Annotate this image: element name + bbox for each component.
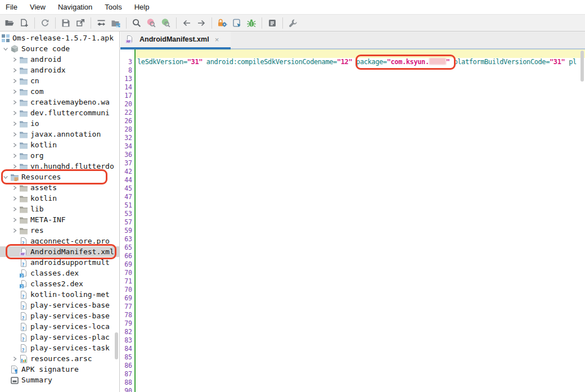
tree-item-androidsupportmult[interactable]: ?androidsupportmult (0, 257, 119, 268)
tree-item-label: androidsupportmult (30, 258, 110, 267)
tree-item-creativemaybeno-wa[interactable]: creativemaybeno.wa (0, 97, 119, 107)
chevron-down-icon[interactable] (1, 44, 10, 53)
tree-item-io[interactable]: io (0, 118, 119, 129)
tree-item-play-services-base[interactable]: ?play-services-base (0, 310, 119, 321)
chevron-right-icon[interactable] (10, 66, 19, 75)
resources-folder-icon (10, 173, 19, 182)
line-number: 45 (120, 184, 132, 193)
chevron-right-icon[interactable] (10, 130, 19, 139)
tree-item-label: creativemaybeno.wa (30, 98, 110, 106)
line-number: 22 (120, 109, 132, 117)
chevron-right-icon[interactable] (10, 205, 19, 214)
menu-navigation[interactable]: Navigation (58, 3, 92, 11)
tree-item-androidx[interactable]: androidx (0, 65, 119, 75)
tree-item-assets[interactable]: assets (0, 182, 119, 193)
svg-text:?: ? (21, 336, 24, 342)
toolbar-separator (262, 17, 262, 29)
chevron-right-icon[interactable] (10, 55, 19, 64)
tree-item-android[interactable]: android (0, 54, 119, 65)
chevron-down-icon[interactable] (1, 173, 10, 182)
folder-icon (19, 215, 28, 224)
chevron-right-icon[interactable] (10, 162, 19, 171)
menu-view[interactable]: View (30, 3, 46, 11)
tab-androidmanifest[interactable]: MF AndroidManifest.xml × (120, 31, 231, 47)
debug-icon[interactable] (244, 16, 259, 30)
tree-item-classes-dex[interactable]: Jclasses.dex (0, 268, 119, 278)
export-icon[interactable] (73, 16, 88, 30)
tree-item-kotlin-tooling-met[interactable]: ?kotlin-tooling-met (0, 289, 119, 300)
preferences-wrench-icon[interactable] (286, 16, 300, 30)
tree-item-lib[interactable]: lib (0, 204, 119, 214)
tree-item-meta-inf[interactable]: META-INF (0, 214, 119, 225)
tree-item-apk-signature[interactable]: APK signature (0, 364, 119, 375)
tree-item-javax-annotation[interactable]: javax.annotation (0, 129, 119, 139)
tree-item-label: androidx (30, 66, 66, 74)
tree-item-agconnect-core-pro[interactable]: ?agconnect-core.pro (0, 236, 119, 246)
save-icon[interactable] (58, 16, 73, 30)
chevron-right-icon[interactable] (10, 354, 19, 363)
search-class-icon[interactable] (159, 16, 173, 30)
package-folder-icon (19, 66, 28, 75)
sidebar-scrollbar-thumb[interactable] (115, 332, 118, 359)
code-editor[interactable]: leSdkVersion="31" android:compileSdkVers… (120, 49, 585, 392)
apk-signature-icon (10, 365, 19, 374)
tree-item-resources[interactable]: Resources (0, 172, 119, 182)
chevron-right-icon[interactable] (10, 141, 19, 150)
menu-tools[interactable]: Tools (105, 3, 122, 11)
editor-scrollbar-thumb[interactable] (580, 51, 584, 82)
tree-item-label: io (30, 119, 39, 128)
tree-item-play-services-loca[interactable]: ?play-services-loca (0, 321, 119, 332)
tree-item-resources-arsc[interactable]: resources.arsc (0, 353, 119, 364)
menu-help[interactable]: Help (134, 3, 150, 11)
tree-item-oms-release-1-5-7-1-apk[interactable]: Oms-release-1.5.7-1.apk (0, 33, 119, 43)
chevron-right-icon[interactable] (10, 119, 19, 128)
chevron-right-icon[interactable] (10, 183, 19, 192)
tree-item-com[interactable]: com (0, 86, 119, 97)
line-number: 57 (120, 218, 132, 227)
tree-item-cn[interactable]: cn (0, 75, 119, 86)
tree-item-kotlin[interactable]: kotlin (0, 193, 119, 204)
tree-item-play-services-base[interactable]: ?play-services-base (0, 300, 119, 310)
tree-item-dev-fluttercommuni[interactable]: dev.fluttercommuni (0, 107, 119, 118)
search-icon[interactable] (129, 16, 144, 30)
tree-item-source-code[interactable]: Source code (0, 43, 119, 54)
manifest-code-line: leSdkVersion="31" android:compileSdkVers… (137, 58, 577, 66)
chevron-right-icon[interactable] (10, 87, 19, 96)
h-expand-icon[interactable] (94, 16, 109, 30)
deobfuscation-icon[interactable] (215, 16, 230, 30)
tree-item-play-services-plac[interactable]: ?play-services-plac (0, 332, 119, 343)
chevron-right-icon[interactable] (10, 151, 19, 160)
tree-item-label: dev.fluttercommuni (30, 109, 110, 117)
xml-attribute-value: " (446, 58, 450, 66)
back-icon[interactable] (179, 16, 194, 30)
close-tab-icon[interactable]: × (215, 35, 219, 44)
line-number: 65 (120, 244, 132, 252)
open-folder-icon[interactable] (2, 16, 17, 30)
inspect-icon[interactable] (230, 16, 244, 30)
tree-item-org[interactable]: org (0, 150, 119, 161)
file-unknown-icon: ? (19, 258, 28, 267)
tree-item-play-services-task[interactable]: ?play-services-task (0, 343, 119, 353)
line-number: 84 (120, 345, 132, 353)
tree-item-androidmanifest-xml[interactable]: MFAndroidManifest.xml (0, 246, 119, 257)
tree-item-classes2-dex[interactable]: Jclasses2.dex (0, 278, 119, 289)
reload-icon[interactable] (38, 16, 52, 30)
chevron-right-icon[interactable] (10, 98, 19, 107)
chevron-right-icon[interactable] (10, 215, 19, 224)
forward-icon[interactable] (194, 16, 209, 30)
tree-item-res[interactable]: res (0, 225, 119, 236)
line-number: 78 (120, 311, 132, 319)
tree-item-kotlin[interactable]: kotlin (0, 139, 119, 150)
chevron-right-icon[interactable] (10, 194, 19, 203)
search-text-icon[interactable] (144, 16, 159, 30)
chevron-right-icon[interactable] (10, 76, 19, 85)
menu-file[interactable]: File (6, 3, 17, 11)
chevron-right-icon[interactable] (10, 109, 19, 118)
add-file-icon[interactable] (17, 16, 32, 30)
chevron-right-icon[interactable] (10, 226, 19, 235)
file-unknown-icon: ? (19, 333, 28, 342)
packages-icon[interactable] (109, 16, 123, 30)
tree-item-vn-hunghd-flutterdo[interactable]: vn.hunghd.flutterdo (0, 161, 119, 172)
log-icon[interactable] (265, 16, 280, 30)
tree-item-summary[interactable]: Summary (0, 375, 119, 385)
